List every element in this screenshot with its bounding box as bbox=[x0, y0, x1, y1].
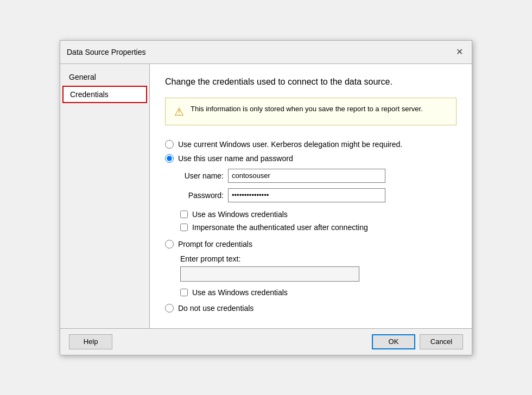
prompt-section: Enter prompt text: Use as Windows creden… bbox=[180, 254, 457, 299]
dialog-title: Data Source Properties bbox=[67, 48, 146, 56]
dialog: Data Source Properties ✕ General Credent… bbox=[60, 40, 472, 355]
sidebar-item-credentials[interactable]: Credentials bbox=[62, 86, 147, 103]
impersonate-checkbox[interactable] bbox=[180, 224, 188, 231]
page-title: Change the credentials used to connect t… bbox=[165, 77, 457, 87]
username-row: User name: bbox=[180, 169, 457, 183]
radio-no-credentials[interactable]: Do not use credentials bbox=[165, 301, 457, 315]
radio-no-credentials-input[interactable] bbox=[165, 304, 174, 313]
credentials-radio-group: Use current Windows user. Kerberos deleg… bbox=[165, 137, 457, 315]
prompt-windows-creds-checkbox[interactable] bbox=[180, 289, 188, 296]
prompt-windows-creds-label: Use as Windows credentials bbox=[192, 288, 288, 297]
footer-right: OK Cancel bbox=[372, 334, 463, 349]
username-password-fields: User name: Password: Use as Windows cred… bbox=[180, 169, 457, 234]
windows-creds-checkbox[interactable] bbox=[180, 211, 188, 218]
radio-prompt-input[interactable] bbox=[165, 240, 174, 249]
ok-button[interactable]: OK bbox=[372, 334, 415, 349]
radio-prompt-label: Prompt for credentials bbox=[178, 240, 252, 249]
password-input[interactable] bbox=[228, 188, 385, 202]
windows-creds-label: Use as Windows credentials bbox=[192, 210, 288, 219]
dialog-footer: Help OK Cancel bbox=[60, 328, 472, 355]
warning-icon: ⚠ bbox=[174, 105, 184, 118]
prompt-text-label: Enter prompt text: bbox=[180, 254, 457, 263]
help-button[interactable]: Help bbox=[69, 334, 112, 349]
radio-username-password-label: Use this user name and password bbox=[178, 154, 293, 163]
windows-creds-row: Use as Windows credentials bbox=[180, 208, 457, 221]
radio-prompt[interactable]: Prompt for credentials bbox=[165, 237, 457, 251]
impersonate-label: Impersonate the authenticated user after… bbox=[192, 223, 368, 232]
prompt-text-input[interactable] bbox=[180, 266, 359, 282]
title-bar: Data Source Properties ✕ bbox=[60, 41, 472, 64]
main-content: Change the credentials used to connect t… bbox=[150, 64, 472, 328]
impersonate-row: Impersonate the authenticated user after… bbox=[180, 221, 457, 234]
radio-username-password-input[interactable] bbox=[165, 154, 174, 163]
warning-text: This information is only stored when you… bbox=[191, 105, 423, 113]
radio-windows-user-input[interactable] bbox=[165, 140, 174, 149]
close-button[interactable]: ✕ bbox=[453, 46, 465, 58]
prompt-windows-creds-row: Use as Windows credentials bbox=[180, 286, 457, 299]
cancel-button[interactable]: Cancel bbox=[420, 334, 463, 349]
sidebar-item-general[interactable]: General bbox=[60, 68, 149, 86]
password-label: Password: bbox=[180, 191, 224, 200]
radio-username-password[interactable]: Use this user name and password bbox=[165, 151, 457, 165]
radio-windows-user-label: Use current Windows user. Kerberos deleg… bbox=[178, 140, 402, 149]
sidebar: General Credentials bbox=[60, 64, 150, 328]
radio-no-credentials-label: Do not use credentials bbox=[178, 304, 254, 313]
dialog-body: General Credentials Change the credentia… bbox=[60, 64, 472, 328]
warning-box: ⚠ This information is only stored when y… bbox=[165, 98, 457, 125]
username-input[interactable] bbox=[228, 169, 385, 183]
username-label: User name: bbox=[180, 171, 224, 180]
radio-windows-user[interactable]: Use current Windows user. Kerberos deleg… bbox=[165, 137, 457, 151]
password-row: Password: bbox=[180, 188, 457, 202]
